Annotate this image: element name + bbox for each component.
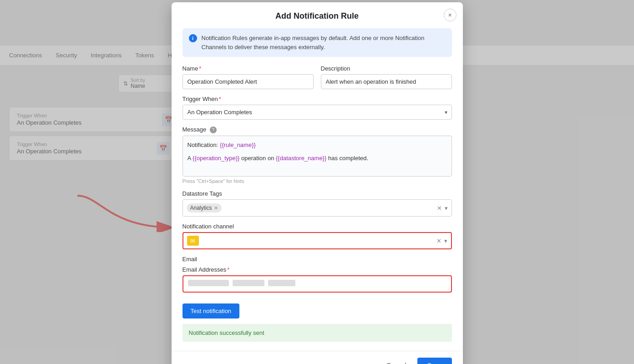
name-label: Name* — [183, 65, 314, 72]
cancel-button[interactable]: Cancel — [381, 358, 412, 364]
success-banner: Notification successfully sent — [183, 324, 452, 342]
message-var1: {{rule_name}} — [220, 142, 256, 148]
trigger-when-select[interactable]: An Operation Completes — [183, 105, 452, 120]
modal-close-button[interactable]: × — [444, 9, 456, 21]
add-notification-rule-modal: Add Notification Rule × i Notification R… — [172, 2, 463, 364]
message-prefix2: A — [188, 155, 193, 162]
info-banner: i Notification Rules generate in-app mes… — [183, 28, 452, 57]
tag-analytics: Analytics ✕ — [187, 203, 222, 212]
tags-input-wrapper[interactable]: Analytics ✕ ✕ ▾ — [183, 199, 452, 217]
description-field-group: Description — [321, 65, 452, 89]
message-textarea[interactable]: Notification: {{rule_name}} A {{operatio… — [183, 136, 452, 177]
tags-dropdown-icon[interactable]: ▾ — [445, 205, 448, 212]
email-channel-icon: ✉ — [187, 236, 199, 246]
modal-footer: Cancel Save — [172, 351, 463, 364]
email-chip — [268, 280, 295, 286]
message-mid: operation on — [239, 155, 276, 162]
message-line2: A {{operation_type}} operation on {{data… — [188, 154, 447, 163]
channel-dropdown-icon[interactable]: ▾ — [444, 238, 447, 244]
description-label: Description — [321, 65, 452, 72]
email-chip — [233, 280, 264, 286]
message-suffix: has completed. — [326, 155, 368, 162]
name-description-row: Name* Description — [183, 65, 452, 89]
message-var3: {{datastore_name}} — [276, 155, 326, 162]
tag-remove-icon[interactable]: ✕ — [214, 205, 218, 211]
email-chip — [188, 280, 229, 286]
notification-channel-select-wrapper[interactable]: ✉ ✕ ▾ — [183, 232, 452, 249]
save-button[interactable]: Save — [417, 358, 452, 364]
email-section-label: Email — [183, 256, 452, 263]
message-prefix1: Notification: — [188, 142, 220, 148]
trigger-when-label: Trigger When* — [183, 96, 452, 102]
clear-channel-icon[interactable]: ✕ — [436, 238, 441, 244]
email-chips-row — [188, 280, 446, 286]
message-var2: {{operation_type}} — [193, 155, 239, 162]
datastore-tags-label: Datastore Tags — [183, 190, 452, 197]
trigger-when-group: Trigger When* An Operation Completes ▾ — [183, 96, 452, 120]
tag-label: Analytics — [190, 205, 212, 211]
message-line1: Notification: {{rule_name}} — [188, 141, 447, 150]
info-banner-text: Notification Rules generate in-app messa… — [202, 34, 446, 51]
message-hint: Press "Ctrl+Space" for hints — [183, 178, 452, 184]
email-addresses-input[interactable] — [183, 275, 452, 293]
tags-actions: ✕ ▾ — [437, 205, 448, 212]
message-label: Message ? — [183, 126, 452, 133]
datastore-tags-group: Datastore Tags Analytics ✕ ✕ ▾ — [183, 190, 452, 217]
name-field-group: Name* — [183, 65, 314, 89]
modal-body: i Notification Rules generate in-app mes… — [172, 28, 463, 351]
notification-channel-group: Notification channel ✉ ✕ ▾ — [183, 223, 452, 249]
name-input[interactable] — [183, 74, 314, 89]
message-group: Message ? Notification: {{rule_name}} A … — [183, 126, 452, 184]
message-help-icon[interactable]: ? — [210, 126, 217, 133]
info-icon: i — [189, 34, 197, 42]
clear-tags-icon[interactable]: ✕ — [437, 205, 442, 212]
email-addresses-label: Email Addresses* — [183, 266, 452, 273]
email-addresses-group: Email Addresses* — [183, 266, 452, 293]
modal-header: Add Notification Rule × — [172, 2, 463, 28]
trigger-required: * — [219, 96, 221, 102]
name-required: * — [199, 65, 201, 72]
trigger-when-select-wrapper: An Operation Completes ▾ — [183, 105, 452, 120]
modal-title: Add Notification Rule — [275, 11, 359, 20]
test-notification-button[interactable]: Test notification — [183, 303, 240, 318]
description-input[interactable] — [321, 74, 452, 89]
notification-channel-label: Notification channel — [183, 223, 452, 230]
success-message: Notification successfully sent — [189, 329, 264, 336]
envelope-icon: ✉ — [190, 238, 195, 244]
email-required: * — [227, 266, 229, 273]
